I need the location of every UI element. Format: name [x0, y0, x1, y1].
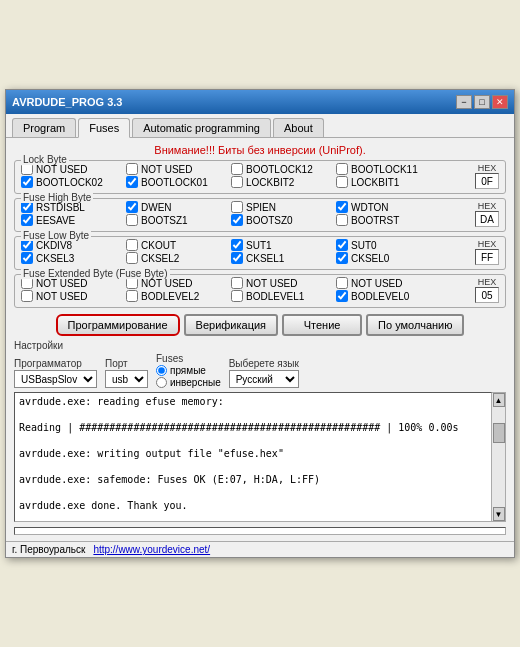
- cb-bootlock11-input[interactable]: [336, 163, 348, 175]
- minimize-button[interactable]: −: [456, 95, 472, 109]
- fuse-high-hex-label: HEX: [478, 201, 497, 211]
- program-button[interactable]: Программирование: [56, 314, 180, 336]
- fuses-radio-group: прямые инверсные: [156, 365, 221, 388]
- fuses-direct-radio[interactable]: [156, 365, 167, 376]
- cb-bodlevel0: BODLEVEL0: [336, 290, 441, 302]
- cb-cksel0-input[interactable]: [336, 252, 348, 264]
- fuses-label: Fuses: [156, 353, 221, 364]
- tab-auto-prog[interactable]: Automatic programming: [132, 118, 271, 137]
- cb-cksel1-input[interactable]: [231, 252, 243, 264]
- cb-notused-2-input[interactable]: [126, 163, 138, 175]
- cb-bootlock12: BOOTLOCK12: [231, 163, 336, 175]
- cb-cksel1: CKSEL1: [231, 252, 336, 264]
- tab-bar: Program Fuses Automatic programming Abou…: [6, 114, 514, 138]
- cb-sut1-input[interactable]: [231, 239, 243, 251]
- fuses-inverse-label: инверсные: [170, 377, 221, 388]
- fuse-ext-checkboxes: NOT USED NOT USED NOT USED NOT USED NOT …: [21, 277, 471, 303]
- tab-content: Внимание!!! Биты без инверсии (UniProf).…: [6, 138, 514, 541]
- log-line-5: avrdude.exe: writing output file "efuse.…: [19, 448, 487, 459]
- fuse-low-hex-value[interactable]: FF: [475, 249, 499, 265]
- scroll-thumb[interactable]: [493, 423, 505, 443]
- cb-ext-notused-4: NOT USED: [336, 277, 441, 289]
- programmer-select[interactable]: USBaspSlov: [14, 370, 97, 388]
- cb-bootrst-input[interactable]: [336, 214, 348, 226]
- default-button[interactable]: По умолчанию: [366, 314, 464, 336]
- lock-byte-label: Lock Byte: [21, 154, 69, 165]
- language-select[interactable]: Русский: [229, 370, 299, 388]
- cb-cksel2-input[interactable]: [126, 252, 138, 264]
- fuse-low-label: Fuse Low Byte: [21, 230, 91, 241]
- cb-lockbit2-input[interactable]: [231, 176, 243, 188]
- verify-button[interactable]: Верификация: [184, 314, 279, 336]
- settings-section: Настройки Программатор USBaspSlov Порт u…: [14, 340, 506, 388]
- title-bar: AVRDUDE_PROG 3.3 − □ ✕: [6, 90, 514, 114]
- programmer-setting: Программатор USBaspSlov: [14, 358, 97, 388]
- language-setting: Выберете язык Русский: [229, 358, 299, 388]
- window-title: AVRDUDE_PROG 3.3: [12, 96, 122, 108]
- log-wrapper: avrdude.exe: reading efuse memory: Readi…: [14, 392, 506, 522]
- tab-program[interactable]: Program: [12, 118, 76, 137]
- window-controls: − □ ✕: [456, 95, 508, 109]
- cb-bodlevel2-input[interactable]: [126, 290, 138, 302]
- cb-sut0-input[interactable]: [336, 239, 348, 251]
- cb-cksel3-input[interactable]: [21, 252, 33, 264]
- status-url[interactable]: http://www.yourdevice.net/: [93, 544, 210, 555]
- cb-bootsz1: BOOTSZ1: [126, 214, 231, 226]
- cb-bootsz0-input[interactable]: [231, 214, 243, 226]
- scroll-down-button[interactable]: ▼: [493, 507, 505, 521]
- cb-bodlevel0-input[interactable]: [336, 290, 348, 302]
- cb-bootlock02-input[interactable]: [21, 176, 33, 188]
- cb-wdton-input[interactable]: [336, 201, 348, 213]
- cb-bodlevel2: BODLEVEL2: [126, 290, 231, 302]
- cb-lockbit1: LOCKBIT1: [336, 176, 441, 188]
- tab-fuses[interactable]: Fuses: [78, 118, 130, 138]
- cb-ext-notused-5-input[interactable]: [21, 290, 33, 302]
- log-scrollbar: ▲ ▼: [492, 392, 506, 522]
- warning-text: Внимание!!! Биты без инверсии (UniProf).: [14, 144, 506, 156]
- cb-dwen: DWEN: [126, 201, 231, 213]
- cb-dwen-input[interactable]: [126, 201, 138, 213]
- cb-bootlock01: BOOTLOCK01: [126, 176, 231, 188]
- cb-bootrst: BOOTRST: [336, 214, 441, 226]
- close-button[interactable]: ✕: [492, 95, 508, 109]
- fuse-high-hex: HEX DA: [475, 201, 499, 227]
- fuse-ext-label: Fuse Extended Byte (Fuse Byte): [21, 268, 170, 279]
- cb-ext-notused-3-input[interactable]: [231, 277, 243, 289]
- cb-spien-input[interactable]: [231, 201, 243, 213]
- cb-bootlock01-input[interactable]: [126, 176, 138, 188]
- fuse-high-label: Fuse High Byte: [21, 192, 93, 203]
- fuse-ext-group: Fuse Extended Byte (Fuse Byte) NOT USED …: [14, 274, 506, 308]
- fuses-direct-label: прямые: [170, 365, 206, 376]
- maximize-button[interactable]: □: [474, 95, 490, 109]
- cb-spien: SPIEN: [231, 201, 336, 213]
- cb-lockbit1-input[interactable]: [336, 176, 348, 188]
- lock-byte-group: Lock Byte NOT USED NOT USED BOOTLOCK12 B…: [14, 160, 506, 194]
- lock-byte-hex-value[interactable]: 0F: [475, 173, 499, 189]
- log-line-1: avrdude.exe: reading efuse memory:: [19, 396, 487, 407]
- fuse-ext-hex-value[interactable]: 05: [475, 287, 499, 303]
- log-line-2: [19, 409, 487, 420]
- fuse-low-hex-label: HEX: [478, 239, 497, 249]
- log-area: avrdude.exe: reading efuse memory: Readi…: [14, 392, 492, 522]
- cb-notused-2: NOT USED: [126, 163, 231, 175]
- tab-about[interactable]: About: [273, 118, 324, 137]
- cb-ext-notused-4-input[interactable]: [336, 277, 348, 289]
- port-label: Порт: [105, 358, 148, 369]
- cb-bootsz1-input[interactable]: [126, 214, 138, 226]
- lock-byte-hex-label: HEX: [478, 163, 497, 173]
- read-button[interactable]: Чтение: [282, 314, 362, 336]
- status-bar: г. Первоуральск http://www.yourdevice.ne…: [6, 541, 514, 557]
- cb-sut1: SUT1: [231, 239, 336, 251]
- log-line-9: avrdude.exe done. Thank you.: [19, 500, 487, 511]
- fuse-high-checkboxes: RSTDISBL DWEN SPIEN WDTON EESAVE BOOTSZ1…: [21, 201, 471, 227]
- cb-ckout-input[interactable]: [126, 239, 138, 251]
- fuse-high-hex-value[interactable]: DA: [475, 211, 499, 227]
- status-city: г. Первоуральск: [12, 544, 85, 555]
- cb-bodlevel1-input[interactable]: [231, 290, 243, 302]
- cb-eesave-input[interactable]: [21, 214, 33, 226]
- fuses-radio-inverse: инверсные: [156, 377, 221, 388]
- scroll-up-button[interactable]: ▲: [493, 393, 505, 407]
- cb-bootlock12-input[interactable]: [231, 163, 243, 175]
- fuses-inverse-radio[interactable]: [156, 377, 167, 388]
- port-select[interactable]: usb: [105, 370, 148, 388]
